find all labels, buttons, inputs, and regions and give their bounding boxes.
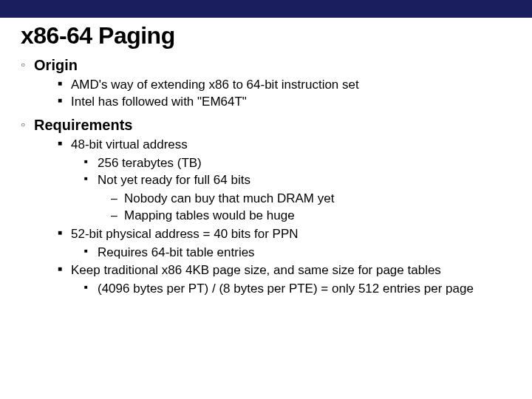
list-item: (4096 bytes per PT) / (8 bytes per PTE) … (84, 281, 511, 298)
list-item: Intel has followed with "EM64T" (58, 94, 511, 111)
list-item: 48-bit virtual address 256 terabytes (TB… (58, 137, 511, 225)
bullet-text: Mapping tables would be huge (124, 208, 295, 222)
list-item: Requires 64-bit table entries (84, 245, 511, 262)
bullet-list: 48-bit virtual address 256 terabytes (TB… (58, 137, 511, 298)
bullet-text: Nobody can buy that much DRAM yet (124, 191, 334, 205)
hollow-circle-icon: ○ (21, 121, 25, 129)
bullet-text: 256 terabytes (TB) (98, 156, 202, 170)
bullet-list: AMD's way of extending x86 to 64-bit ins… (58, 77, 511, 111)
bullet-text: Requires 64-bit table entries (98, 245, 255, 259)
bullet-text: AMD's way of extending x86 to 64-bit ins… (71, 78, 359, 92)
hollow-circle-icon: ○ (21, 61, 25, 69)
list-item: Nobody can buy that much DRAM yet (111, 191, 511, 208)
section-label: Origin (34, 57, 78, 74)
bullet-text: 48-bit virtual address (71, 137, 188, 151)
bullet-text: 52-bit physical address = 40 bits for PP… (71, 227, 299, 241)
slide-body: x86-64 Paging ○ Origin AMD's way of exte… (0, 18, 532, 298)
slide-title: x86-64 Paging (21, 22, 511, 50)
list-item: Not yet ready for full 64 bits Nobody ca… (84, 172, 511, 225)
section-origin: ○ Origin AMD's way of extending x86 to 6… (21, 57, 511, 111)
bullet-text: Keep traditional x86 4KB page size, and … (71, 263, 441, 277)
list-item: Mapping tables would be huge (111, 208, 511, 225)
slide-topbar (0, 0, 532, 18)
section-requirements: ○ Requirements 48-bit virtual address 25… (21, 117, 511, 298)
list-item: Keep traditional x86 4KB page size, and … (58, 262, 511, 298)
bullet-text: (4096 bytes per PT) / (8 bytes per PTE) … (98, 282, 474, 296)
section-label: Requirements (34, 117, 132, 134)
bullet-text: Intel has followed with "EM64T" (71, 95, 247, 109)
list-item: AMD's way of extending x86 to 64-bit ins… (58, 77, 511, 94)
list-item: 256 terabytes (TB) (84, 155, 511, 172)
bullet-text: Not yet ready for full 64 bits (98, 173, 250, 187)
list-item: 52-bit physical address = 40 bits for PP… (58, 226, 511, 262)
